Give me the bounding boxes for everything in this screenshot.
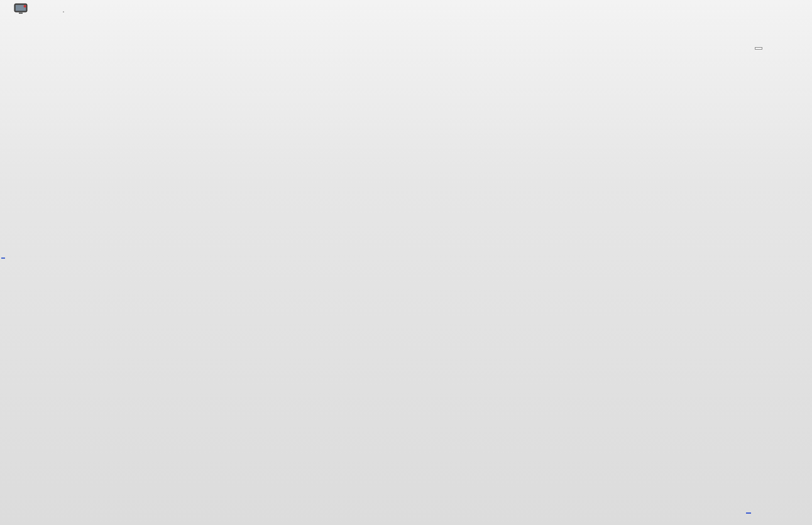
capture-button[interactable] [4, 3, 38, 16]
toolbar [0, 0, 812, 33]
waterfall-plot-canvas[interactable] [0, 0, 812, 525]
capture-icon [4, 3, 38, 16]
measurement-tab-bar [63, 11, 64, 13]
